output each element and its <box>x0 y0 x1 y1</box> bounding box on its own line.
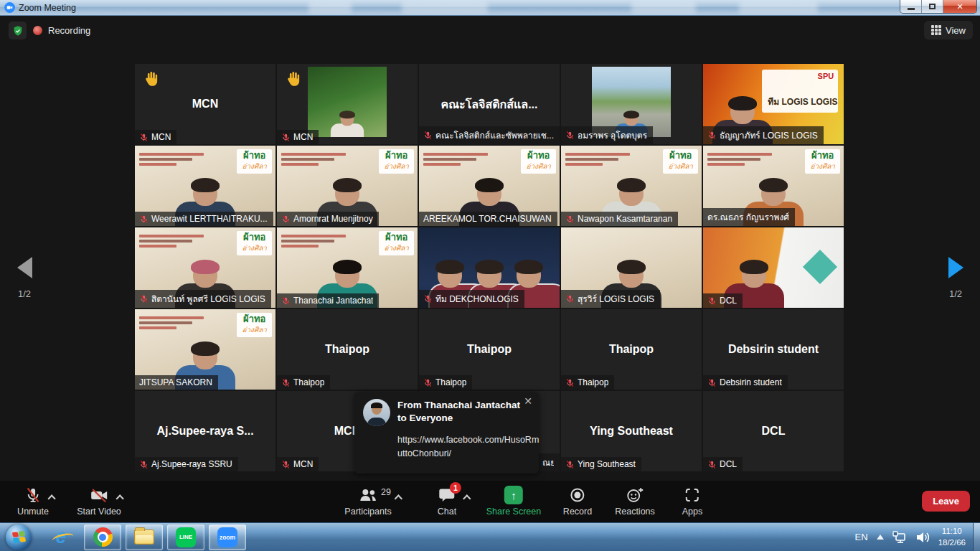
video-tile[interactable]: ผ้าทออ่างศิลา Ying Southeast Ying Southe… <box>561 391 702 471</box>
popup-close-icon[interactable]: ✕ <box>524 396 532 406</box>
video-options-caret[interactable] <box>116 494 123 502</box>
raised-hand-icon <box>142 70 161 89</box>
video-tile[interactable]: ผ้าทออ่างศิลา MCN <box>277 64 418 144</box>
fabric-banner-badge: ผ้าทออ่างศิลา <box>237 313 272 337</box>
muted-mic-icon <box>707 460 717 469</box>
video-tile[interactable]: ผ้าทออ่างศิลา อมราพร อุโดตบุตร <box>561 64 702 144</box>
video-tile[interactable]: ผ้าทออ่างศิลา คณะโลจิสติกส์แล... คณะโลจิ… <box>419 64 560 144</box>
participant-name-label: MCN <box>135 130 176 144</box>
chat-popup-message-link[interactable]: https://www.facebook.com/HusoRmuttoChonb… <box>397 433 541 461</box>
minimize-button[interactable] <box>900 0 922 13</box>
chat-button[interactable]: 1 Chat <box>438 486 456 517</box>
volume-icon[interactable] <box>915 531 930 544</box>
muted-mic-icon <box>139 460 149 469</box>
muted-mic-icon <box>707 378 717 387</box>
show-desktop-button[interactable] <box>973 523 980 551</box>
video-tile[interactable]: ผ้าทออ่างศิลา SPUทีม LOGIS LOGIS ธัญญาภั… <box>703 64 844 144</box>
close-button[interactable]: ✕ <box>943 0 976 13</box>
participant-display-name: Ying Southeast <box>590 425 673 438</box>
video-tile[interactable]: ผ้าทออ่างศิลา ดร.ณธภร กัญนราพงศ์ <box>703 146 844 226</box>
participant-name-label: Thanachai Jantachat <box>277 293 379 308</box>
taskbar-chrome[interactable] <box>84 524 121 550</box>
start-video-button[interactable]: Start Video <box>77 486 121 517</box>
folder-icon <box>134 529 154 545</box>
muted-mic-icon <box>423 378 433 387</box>
show-hidden-icons-button[interactable] <box>877 534 884 540</box>
video-tile[interactable]: ผ้าทออ่างศิลา MCN MCN <box>135 64 275 144</box>
zoom-app-icon <box>4 2 15 13</box>
maximize-button[interactable] <box>922 0 943 13</box>
participants-options-caret[interactable] <box>394 494 402 502</box>
video-tile[interactable]: ผ้าทออ่างศิลา Weerawit LERTTHAITRAKU... <box>135 146 275 226</box>
language-indicator[interactable]: EN <box>855 532 868 542</box>
video-tile[interactable]: ผ้าทออ่างศิลา JITSUPA SAKORN <box>135 309 275 390</box>
security-shield-button[interactable] <box>9 22 27 39</box>
share-screen-label: Share Screen <box>486 507 541 517</box>
meeting-toolbar: Unmute Start Video <box>0 481 980 522</box>
video-tile[interactable]: ผ้าทออ่างศิลา Amornrat Muenjitnoy <box>277 146 418 226</box>
share-screen-button[interactable]: ↑ Share Screen <box>486 486 541 517</box>
gallery-grid-icon <box>931 25 941 35</box>
fabric-banner-badge: ผ้าทออ่างศิลา <box>663 149 698 174</box>
taskbar-line[interactable]: LINE <box>167 524 204 550</box>
fabric-banner-badge: ผ้าทออ่างศิลา <box>237 231 272 255</box>
record-button[interactable]: Record <box>563 486 592 517</box>
shield-icon <box>12 25 24 37</box>
recording-dot-icon <box>33 26 42 35</box>
participant-name-label: MCN <box>277 130 319 144</box>
video-tile[interactable]: ผ้าทออ่างศิลา Thaipop Thaipop <box>277 309 418 390</box>
participant-name-label: Thaipop <box>277 375 330 390</box>
video-tile[interactable]: ผ้าทออ่างศิลา Debsirin student Debsirin … <box>703 309 844 390</box>
fabric-banner-badge: ผ้าทออ่างศิลา <box>379 231 414 255</box>
audio-options-caret[interactable] <box>47 494 55 502</box>
participant-name-label: Nawapon Kasamtaranan <box>561 212 678 226</box>
chat-options-caret[interactable] <box>463 494 471 502</box>
participants-count: 29 <box>381 487 391 497</box>
previous-page-arrow-icon[interactable] <box>17 257 32 278</box>
taskbar-zoom[interactable]: zoom <box>209 524 246 550</box>
taskbar-clock[interactable]: 11:10 18/2/66 <box>938 526 966 548</box>
video-tile[interactable]: ผ้าทออ่างศิลา Nawapon Kasamtaranan <box>561 146 702 226</box>
window-titlebar: Zoom Meeting ✕ <box>0 0 980 16</box>
video-tile[interactable]: ผ้าทออ่างศิลา Thanachai Jantachat <box>277 227 418 308</box>
video-tile[interactable]: ผ้าทออ่างศิลา AREEKAMOL TOR.CHAISUWAN <box>419 146 560 226</box>
video-tile[interactable]: ผ้าทออ่างศิลา Aj.Supee-raya S... Aj.Supe… <box>135 391 275 471</box>
start-button[interactable] <box>6 524 32 550</box>
previous-page-nav: 1/2 <box>9 257 40 299</box>
video-tile[interactable]: ผ้าทออ่างศิลา DCL <box>703 227 844 308</box>
banner-text-decoration <box>139 314 204 331</box>
participant-display-name: DCL <box>762 425 786 438</box>
fabric-banner-badge: ผ้าทออ่างศิลา <box>521 149 556 174</box>
aero-glass-reflection <box>308 2 352 14</box>
video-tile[interactable]: ผ้าทออ่างศิลา ทีม DEKCHONLOGIS <box>419 227 560 308</box>
video-tile[interactable]: ผ้าทออ่างศิลา Thaipop Thaipop <box>419 309 560 390</box>
participant-name-label: อมราพร อุโดตบุตร <box>561 126 653 144</box>
unmute-button[interactable]: Unmute <box>17 486 49 517</box>
muted-mic-icon <box>565 131 575 140</box>
share-screen-icon: ↑ <box>504 486 523 504</box>
taskbar-file-explorer[interactable] <box>126 524 163 550</box>
muted-mic-icon <box>565 294 575 303</box>
participant-name-label: สุรวิร์ LOGIS LOGIS <box>561 290 660 308</box>
video-tile[interactable]: ผ้าทออ่างศิลา DCL DCL <box>703 391 844 471</box>
participant-display-name: Thaipop <box>467 343 512 356</box>
video-tile[interactable]: ผ้าทออ่างศิลา สุรวิร์ LOGIS LOGIS <box>561 227 702 308</box>
participants-button[interactable]: 29 Participants <box>344 486 391 517</box>
view-button[interactable]: View <box>924 21 973 39</box>
unmute-label: Unmute <box>17 507 49 517</box>
chat-popup-title: From Thanachai Jantachat to Everyone <box>397 399 530 426</box>
chat-unread-badge: 1 <box>450 482 461 494</box>
reactions-button[interactable]: Reactions <box>615 486 655 517</box>
participant-name-label: MCN <box>277 457 319 471</box>
taskbar-internet-explorer[interactable]: e <box>42 524 80 550</box>
participant-display-name: Thaipop <box>609 343 654 356</box>
fabric-banner-badge: ผ้าทออ่างศิลา <box>805 149 840 174</box>
leave-button[interactable]: Leave <box>922 491 970 512</box>
muted-mic-icon <box>281 133 291 142</box>
video-tile[interactable]: ผ้าทออ่างศิลา Thaipop Thaipop <box>561 309 702 390</box>
video-tile[interactable]: ผ้าทออ่างศิลา สิตานันท์ พูลศรี LOGIS LOG… <box>135 227 275 308</box>
next-page-arrow-icon[interactable] <box>948 257 963 278</box>
network-icon[interactable] <box>892 531 907 544</box>
muted-mic-icon <box>423 131 433 140</box>
apps-button[interactable]: Apps <box>682 486 703 517</box>
